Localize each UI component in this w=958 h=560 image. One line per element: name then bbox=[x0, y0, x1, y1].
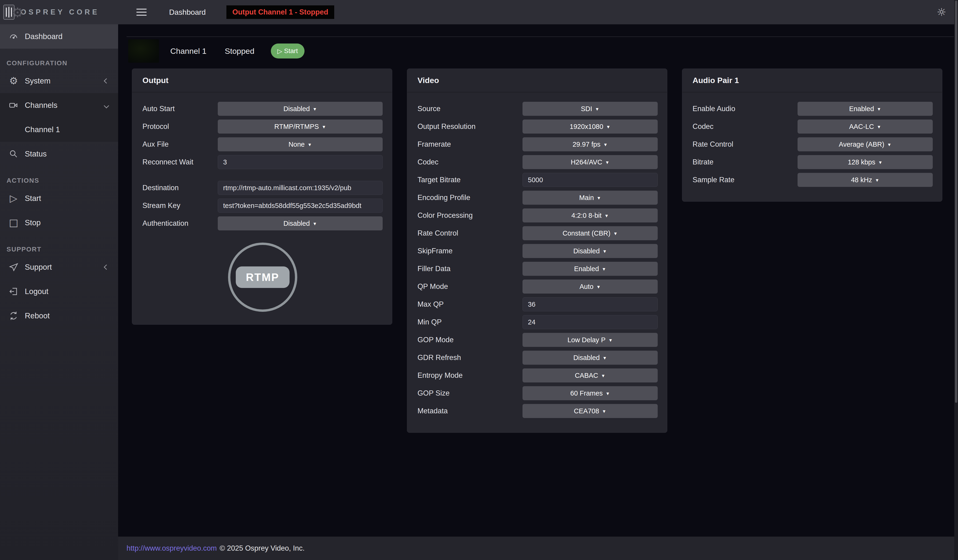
sidebar-item-stop[interactable]: □ Stop bbox=[0, 211, 118, 235]
source-select[interactable]: SDI▼ bbox=[522, 102, 658, 116]
caret-down-icon: ▼ bbox=[878, 160, 882, 165]
field-row-authentication: Authentication Disabled▼ bbox=[143, 216, 383, 230]
send-icon bbox=[8, 262, 19, 272]
hamburger-menu-icon[interactable] bbox=[136, 9, 147, 16]
enable-audio-select[interactable]: Enabled▼ bbox=[798, 102, 933, 116]
sidebar-item-start[interactable]: ▷ Start bbox=[0, 186, 118, 211]
sidebar-item-label: Dashboard bbox=[25, 32, 62, 41]
rate-control-select[interactable]: Average (ABR)▼ bbox=[798, 137, 933, 151]
chevron-left-icon bbox=[104, 265, 109, 270]
field-row-filler-data: Filler Data Enabled▼ bbox=[417, 262, 658, 276]
field-label-skipframe: SkipFrame bbox=[417, 247, 522, 255]
caret-down-icon: ▼ bbox=[313, 221, 317, 227]
framerate-value: 29.97 fps bbox=[573, 141, 600, 148]
chevron-down-icon bbox=[104, 103, 109, 108]
panel-title: Audio Pair 1 bbox=[693, 76, 739, 85]
aux-file-value: None bbox=[289, 141, 305, 148]
start-button-label: Start bbox=[284, 47, 298, 55]
skipframe-select[interactable]: Disabled▼ bbox=[522, 244, 658, 258]
caret-down-icon: ▼ bbox=[877, 124, 881, 130]
output-resolution-select[interactable]: 1920x1080▼ bbox=[522, 119, 658, 133]
magnifier-icon bbox=[8, 149, 19, 159]
caret-down-icon: ▼ bbox=[596, 284, 601, 290]
gear-icon: ⚙ bbox=[8, 76, 19, 86]
gop-size-select[interactable]: 60 Frames▼ bbox=[522, 386, 658, 400]
gdr-refresh-value: Disabled bbox=[573, 354, 600, 362]
caret-down-icon: ▼ bbox=[603, 355, 607, 361]
gdr-refresh-select[interactable]: Disabled▼ bbox=[522, 351, 658, 365]
qp-mode-select[interactable]: Auto▼ bbox=[522, 279, 658, 293]
channel-name: Channel 1 bbox=[170, 46, 206, 56]
filler-data-select[interactable]: Enabled▼ bbox=[522, 262, 658, 276]
destination-input[interactable] bbox=[218, 181, 383, 195]
field-label-encoding-profile: Encoding Profile bbox=[417, 194, 522, 202]
rate-control-value: Constant (CBR) bbox=[563, 230, 611, 237]
auto-start-value: Disabled bbox=[284, 105, 310, 113]
min-qp-input[interactable] bbox=[522, 315, 658, 329]
field-row-protocol: Protocol RTMP/RTMPS▼ bbox=[143, 119, 383, 133]
chevron-left-icon bbox=[104, 78, 109, 84]
codec-select[interactable]: AAC-LC▼ bbox=[798, 119, 933, 133]
reconnect-wait-input[interactable] bbox=[218, 155, 383, 169]
caret-down-icon: ▼ bbox=[875, 178, 879, 183]
sidebar-item-label: System bbox=[25, 76, 51, 86]
protocol-select[interactable]: RTMP/RTMPS▼ bbox=[218, 119, 383, 133]
auto-start-select[interactable]: Disabled▼ bbox=[218, 102, 383, 116]
sidebar-item-system[interactable]: ⚙ System bbox=[0, 69, 118, 93]
rate-control-value: Average (ABR) bbox=[839, 141, 884, 148]
encoding-profile-select[interactable]: Main▼ bbox=[522, 190, 658, 205]
sidebar-heading-configuration: CONFIGURATION bbox=[0, 49, 118, 69]
start-channel-button[interactable]: ▷ Start bbox=[271, 43, 305, 59]
field-label-codec: Codec bbox=[417, 158, 522, 166]
aux-file-select[interactable]: None▼ bbox=[218, 137, 383, 151]
entropy-mode-select[interactable]: CABAC▼ bbox=[522, 368, 658, 382]
sidebar-item-support[interactable]: Support bbox=[0, 255, 118, 279]
page-title: Dashboard bbox=[169, 8, 206, 17]
channel-preview-thumbnail[interactable] bbox=[128, 39, 159, 63]
stream-key-input[interactable] bbox=[218, 198, 383, 213]
sample-rate-select[interactable]: 48 kHz▼ bbox=[798, 173, 933, 187]
sidebar-item-dashboard[interactable]: Dashboard bbox=[0, 24, 118, 49]
output-resolution-value: 1920x1080 bbox=[570, 123, 603, 130]
sidebar-item-status[interactable]: Status bbox=[0, 142, 118, 166]
metadata-select[interactable]: CEA708▼ bbox=[522, 404, 658, 418]
sidebar-item-logout[interactable]: Logout bbox=[0, 279, 118, 304]
field-row-auto-start: Auto Start Disabled▼ bbox=[143, 102, 383, 116]
field-row-metadata: Metadata CEA708▼ bbox=[417, 404, 658, 418]
max-qp-input[interactable] bbox=[522, 297, 658, 311]
field-label-metadata: Metadata bbox=[417, 407, 522, 415]
field-label-rate-control: Rate Control bbox=[417, 229, 522, 238]
app-root: ⚙ OSPREY CORE Dashboard CONFIGURATION ⚙ … bbox=[0, 0, 958, 560]
target-bitrate-input[interactable] bbox=[522, 173, 658, 187]
main: Dashboard Output Channel 1 - Stopped ☼ C… bbox=[118, 0, 958, 560]
panel-title: Output bbox=[143, 76, 168, 85]
field-row-gop-size: GOP Size 60 Frames▼ bbox=[417, 386, 658, 400]
codec-select[interactable]: H264/AVC▼ bbox=[522, 155, 658, 169]
rate-control-select[interactable]: Constant (CBR)▼ bbox=[522, 226, 658, 240]
field-label-bitrate: Bitrate bbox=[693, 158, 798, 166]
panel-body: Source SDI▼ Output Resolution 1920x1080▼… bbox=[407, 92, 667, 433]
sidebar-item-reboot[interactable]: Reboot bbox=[0, 304, 118, 328]
color-processing-select[interactable]: 4:2:0 8-bit▼ bbox=[522, 208, 658, 222]
scrollbar-thumb[interactable] bbox=[955, 0, 957, 403]
gop-mode-select[interactable]: Low Delay P▼ bbox=[522, 333, 658, 347]
authentication-select[interactable]: Disabled▼ bbox=[218, 216, 383, 230]
encoding-profile-value: Main bbox=[579, 194, 594, 201]
sidebar-item-channels[interactable]: Channels bbox=[0, 93, 118, 117]
sun-icon[interactable]: ☼ bbox=[937, 6, 946, 19]
rtmp-logo-wrap: RTMP bbox=[143, 243, 383, 314]
sidebar-item-label: Reboot bbox=[25, 311, 49, 320]
bitrate-select[interactable]: 128 kbps▼ bbox=[798, 155, 933, 169]
sidebar-item-label: Stop bbox=[25, 218, 41, 227]
field-label-enable-audio: Enable Audio bbox=[693, 105, 798, 113]
caret-down-icon: ▼ bbox=[601, 373, 606, 379]
output-panel: Output Auto Start Disabled▼ Protocol RTM… bbox=[132, 68, 392, 325]
framerate-select[interactable]: 29.97 fps▼ bbox=[522, 137, 658, 151]
panels-row: Output Auto Start Disabled▼ Protocol RTM… bbox=[132, 68, 958, 433]
caret-down-icon: ▼ bbox=[313, 107, 317, 112]
color-processing-value: 4:2:0 8-bit bbox=[571, 212, 601, 219]
scrollbar-track[interactable] bbox=[954, 0, 958, 560]
field-label-destination: Destination bbox=[143, 184, 218, 192]
osprey-website-link[interactable]: http://www.ospreyvideo.com bbox=[127, 544, 217, 552]
sidebar-item-channel-1[interactable]: Channel 1 bbox=[0, 117, 118, 142]
